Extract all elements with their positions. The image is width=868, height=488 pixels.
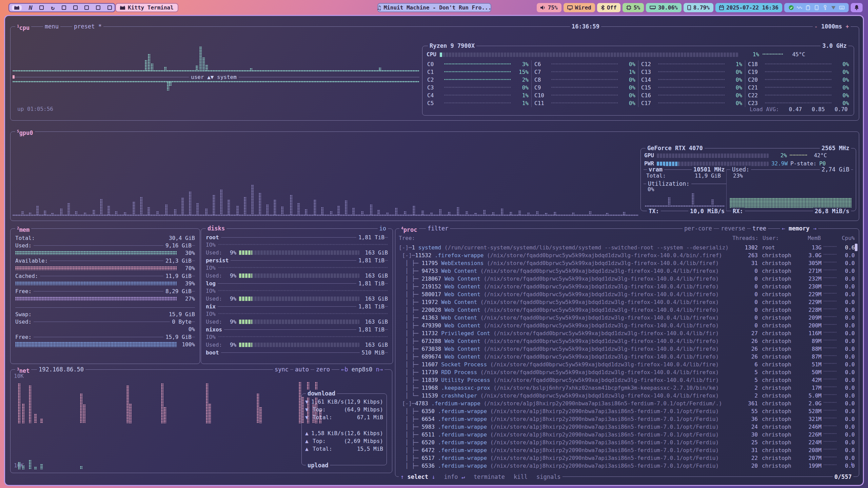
nix-icon[interactable]: N: [29, 4, 33, 11]
process-row-6517[interactable]: │ ├─ 6517 .ferdium-wrappe (/nix/store/a1…: [399, 454, 855, 462]
notifications-bell[interactable]: [851, 3, 863, 12]
process-row-11732[interactable]: │ ├─ 11732 Privileged Cont (/nix/store/f…: [399, 329, 855, 337]
reverse-toggle[interactable]: reverse: [719, 225, 747, 232]
gpu-module[interactable]: 8.79%: [684, 3, 713, 12]
interval-control[interactable]: - 1000ms +: [813, 23, 851, 30]
tree-toggle[interactable]: tree: [751, 225, 768, 232]
process-row-11739[interactable]: │ ├─ 11739 RDD Process (/nix/store/fqadd…: [399, 368, 855, 376]
process-row-94753[interactable]: │ ├─ 94753 Web Content (/nix/store/fqadd…: [399, 267, 855, 275]
disk-used-row: Used:9%163 GiB: [206, 295, 388, 303]
process-row-11972[interactable]: │ ├─ 11972 Web Content (/nix/store/fqadd…: [399, 298, 855, 306]
process-row-11968[interactable]: │ ├─ 11968 .keepassxc-prox (/nix/store/b…: [399, 384, 855, 392]
disks-io-toggle[interactable]: io: [378, 225, 388, 232]
bluetooth-module[interactable]: Off: [597, 3, 620, 12]
memory-panel: 2mem Total:30,4 GiBUsed:9,16 GiB30%Avail…: [10, 228, 200, 364]
process-row-11532[interactable]: [-]─11532 .firefox-wrappe (/nix/store/fq…: [399, 251, 855, 259]
graph-spike: [29, 460, 31, 469]
volume-module[interactable]: 75%: [537, 3, 561, 12]
disks-panel-title[interactable]: disks: [206, 225, 226, 232]
process-row-673288[interactable]: │ ├─ 673288 Web Content (/nix/store/fqad…: [399, 337, 855, 345]
window-tab-kitty[interactable]: Kitty Terminal: [115, 3, 178, 12]
process-row-6511[interactable]: │ ├─ 6511 .ferdium-wrappe (/nix/store/a1…: [399, 431, 855, 439]
graph-spike: [250, 68, 252, 70]
process-panel-title[interactable]: 4proc: [399, 225, 419, 232]
check-circle-tray-icon[interactable]: [788, 5, 794, 10]
process-row-1[interactable]: [-]─1 systemd (/run/current-system/syste…: [399, 244, 855, 251]
kill-button[interactable]: kill: [514, 473, 528, 481]
select-button[interactable]: ↑ select ↓: [400, 473, 435, 481]
per-core-toggle[interactable]: per-core: [683, 225, 714, 232]
process-row-11839[interactable]: │ ├─ 11839 Utility Process (/nix/store/f…: [399, 376, 855, 384]
process-row-218067[interactable]: │ ├─ 218067 Web Content (/nix/store/fqad…: [399, 275, 855, 283]
interface-switcher[interactable]: ←b enp8s0 n→: [339, 366, 384, 373]
workspace-indicator[interactable]: [84, 5, 89, 10]
wave-tray-icon[interactable]: [796, 6, 803, 9]
keyboard-tray-icon[interactable]: [839, 6, 845, 9]
col-mem[interactable]: MemB: [801, 235, 821, 241]
graph-spike: [510, 212, 512, 215]
cpu-module[interactable]: 5%: [623, 3, 644, 12]
process-row-6654[interactable]: │ ├─ 6654 .ferdium-wrappe (/nix/store/a1…: [399, 415, 855, 423]
phone-tray-icon[interactable]: [813, 5, 820, 10]
workspace-indicator[interactable]: [107, 5, 112, 10]
process-row-6536[interactable]: │ ├─ 6536 .ferdium-wrappe (/nix/store/a1…: [399, 462, 855, 470]
disk-io-row: IO%: [206, 333, 388, 341]
col-user[interactable]: User:: [758, 235, 801, 241]
process-row-4783[interactable]: [-]─4783 .ferdium-wrappe (/nix/store/a1p…: [399, 400, 855, 407]
process-row-11607[interactable]: │ ├─ 11607 Socket Process (/nix/store/fq…: [399, 361, 855, 368]
mem-meter-row: 30%: [15, 249, 195, 257]
process-row-580017[interactable]: │ ├─ 580017 Web Content (/nix/store/fqad…: [399, 290, 855, 298]
process-row-219152[interactable]: │ ├─ 219152 Web Content (/nix/store/fqad…: [399, 283, 855, 290]
media-player-widget[interactable]: ♫ Minuit Machine - Don't Run Fro...: [377, 3, 491, 12]
clipboard-tray-icon[interactable]: [805, 5, 811, 10]
graph-spike: [274, 200, 276, 215]
process-row-689674[interactable]: │ ├─ 689674 Web Content (/nix/store/fqad…: [399, 353, 855, 361]
process-row-673038[interactable]: │ ├─ 673038 Web Content (/nix/store/fqad…: [399, 345, 855, 353]
process-row-6472[interactable]: │ ├─ 6472 .ferdium-wrappe (/nix/store/a1…: [399, 446, 855, 454]
clock-module[interactable]: 2025-07-22 16:36: [715, 3, 782, 12]
graph-spike: [80, 466, 82, 469]
workspace-indicator[interactable]: [39, 5, 44, 10]
nvidia-tray-icon[interactable]: [830, 6, 836, 10]
workspace-indicator[interactable]: [73, 5, 78, 10]
graph-spike: [209, 404, 211, 423]
disk-io-row: IO%: [206, 241, 388, 249]
graph-spike: [321, 207, 323, 215]
process-row-5983[interactable]: │ ├─ 5983 .ferdium-wrappe (/nix/store/a1…: [399, 423, 855, 431]
mem-meter-row: 100%: [15, 341, 195, 348]
net-stat-row: ▲1,58 KiB/s(12,6 Kibps): [305, 429, 383, 437]
terminate-button[interactable]: terminate: [474, 473, 505, 481]
process-row-6520[interactable]: │ ├─ 6520 .ferdium-wrappe (/nix/store/a1…: [399, 439, 855, 446]
volume-value: 75%: [548, 4, 558, 11]
workspace-indicator[interactable]: [96, 5, 100, 10]
filter-button[interactable]: filter: [426, 225, 450, 232]
graph-spike: [213, 195, 215, 215]
network-module[interactable]: Wired: [564, 3, 595, 12]
signals-button[interactable]: signals: [536, 473, 561, 481]
process-row-6350[interactable]: │ ├─ 6350 .ferdium-wrappe (/nix/store/a1…: [399, 407, 855, 415]
process-row-220028[interactable]: │ ├─ 220028 Web Content (/nix/store/fqad…: [399, 306, 855, 314]
graph-spike: [164, 67, 166, 70]
sort-column-selector[interactable]: ← memory →: [780, 225, 818, 232]
process-row-11539[interactable]: │ └─ 11539 crashhelper (/nix/store/fqadd…: [399, 392, 855, 400]
scroll-down-indicator[interactable]: ↓: [850, 460, 853, 467]
graph-spike: [22, 465, 24, 469]
info-button[interactable]: info ↵: [444, 473, 465, 481]
process-row-479390[interactable]: │ ├─ 479390 Web Content (/nix/store/fqad…: [399, 322, 855, 329]
process-row-11795[interactable]: │ ├─ 11795 WebExtensions (/nix/store/fqa…: [399, 259, 855, 267]
memory-panel-title[interactable]: 2mem: [15, 225, 31, 232]
refresh-icon[interactable]: ↻: [51, 4, 55, 11]
system-tray[interactable]: [784, 3, 849, 12]
process-scrollbar[interactable]: [855, 244, 857, 251]
key-tray-icon[interactable]: [822, 5, 828, 10]
process-row-41363[interactable]: │ ├─ 41363 Web Content (/nix/store/fqadd…: [399, 314, 855, 322]
workspace-switcher[interactable]: N↻: [8, 3, 115, 12]
gpu-usage-row: GPU 2% 42°C: [644, 152, 853, 159]
col-tree[interactable]: Tree:: [399, 235, 728, 241]
cat-icon[interactable]: [12, 5, 22, 11]
graph-spike: [421, 210, 424, 215]
col-threads[interactable]: Threads:: [728, 235, 758, 241]
col-cpu[interactable]: Cpu%: [821, 235, 855, 241]
memory-module[interactable]: 30.06%: [646, 3, 682, 12]
workspace-indicator[interactable]: [62, 5, 66, 10]
